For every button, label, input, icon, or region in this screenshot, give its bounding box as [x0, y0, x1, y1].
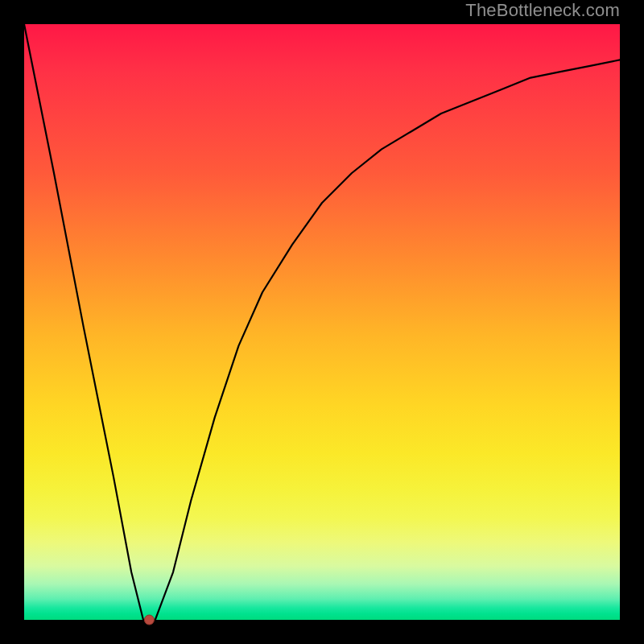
curve-svg [24, 24, 620, 620]
minimum-marker [144, 615, 154, 625]
chart-frame: TheBottleneck.com [0, 0, 644, 644]
watermark-text: TheBottleneck.com [465, 0, 620, 21]
bottleneck-curve [24, 24, 620, 620]
plot-area [24, 24, 620, 620]
